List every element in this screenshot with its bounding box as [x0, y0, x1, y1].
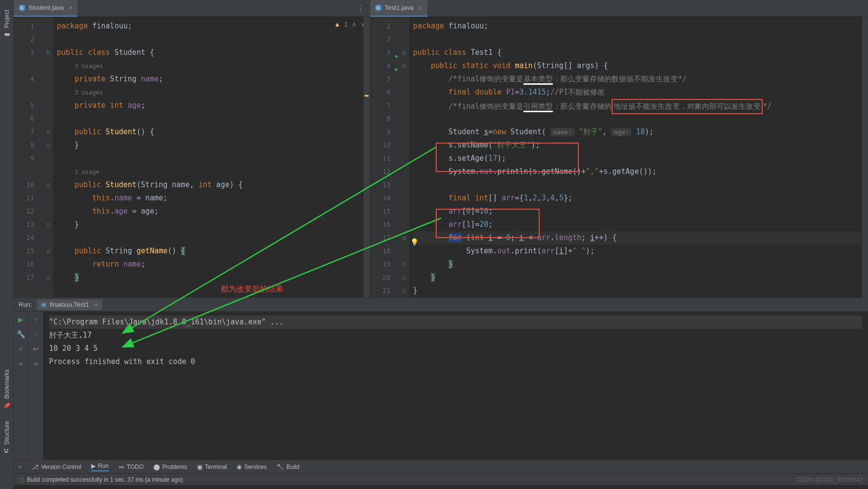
run-output[interactable]: "C:\Program Files\Java\jdk1.8.0_161\bin\… [43, 312, 868, 460]
problems-icon: ⬤ [153, 464, 160, 470]
warning-icon: ▲ [334, 21, 341, 28]
tool-build[interactable]: 🔨Build [276, 464, 299, 470]
scrollbar-left[interactable] [364, 17, 370, 297]
close-icon[interactable]: × [418, 4, 422, 12]
fold-column-left[interactable]: ⊟⊟⊡⊟⊡⊟⊡ [43, 17, 53, 297]
tool-terminal[interactable]: ▣Terminal [197, 464, 227, 470]
tool-problems[interactable]: ⬤Problems [153, 464, 187, 470]
tool-todo[interactable]: ≔TODO [119, 464, 144, 470]
list-icon: ≔ [119, 464, 124, 470]
tab-bar-right: C Test1.java × [370, 0, 868, 17]
java-class-icon: C [375, 4, 382, 11]
status-message: Build completed successfully in 1 sec, 3… [27, 476, 183, 483]
scroll-icon[interactable]: » [34, 360, 38, 367]
wrench-icon[interactable]: 🔧 [17, 330, 25, 338]
gutter-right[interactable]: 123▶4▶56789101112131415161718192021 [370, 17, 399, 297]
services-icon: ◉ [237, 464, 242, 470]
tool-vcs[interactable]: ⎇Version Control [32, 464, 81, 470]
run-header: Run: ▣ finalouu.Test1 × [14, 298, 868, 312]
run-nav: ↑ ↓ ↩ » [28, 312, 43, 460]
code-area-left[interactable]: package finalouu;public class Student { … [53, 17, 364, 297]
softwrap-icon[interactable]: ↩ [33, 345, 39, 353]
watermark: CSDN @2301_80250542 [796, 476, 863, 483]
tool-run[interactable]: ▶Run [91, 463, 109, 471]
left-tool-sidebar: ▮Project 🔖Bookmarks ⑆Structure [0, 0, 14, 489]
code-area-right[interactable]: package finalouu;public class Test1 { pu… [409, 17, 862, 297]
more-icon[interactable]: » [19, 360, 23, 367]
tab-bar-left: C Student.java × ⋮ [14, 0, 370, 17]
tab-student[interactable]: C Student.java × [14, 0, 77, 17]
tab-label: Test1.java [385, 4, 414, 11]
scrollbar-right[interactable] [862, 17, 868, 297]
hammer-icon: 🔨 [276, 464, 284, 470]
bottom-toolbar: » ⎇Version Control ▶Run ≔TODO ⬤Problems … [14, 460, 868, 473]
run-config-tab[interactable]: ▣ finalouu.Test1 × [37, 299, 101, 310]
project-tab[interactable]: ▮Project [1, 4, 12, 44]
close-icon[interactable]: × [94, 301, 98, 309]
play-icon: ▶ [91, 463, 96, 469]
bookmark-icon: 🔖 [3, 402, 11, 409]
gutter-left[interactable]: 1234567891011121314151617 [14, 17, 43, 297]
up-icon[interactable]: ↑ [34, 316, 38, 323]
branch-icon: ⎇ [32, 464, 39, 470]
tab-test1[interactable]: C Test1.java × [370, 0, 427, 17]
run-panel: Run: ▣ finalouu.Test1 × ▶ 🔧 ■ » ↑ ↓ ↩ [14, 298, 868, 460]
app-icon: ▣ [41, 301, 47, 308]
tab-label: Student.java [28, 4, 64, 11]
bookmarks-tab[interactable]: 🔖Bookmarks [1, 364, 12, 415]
run-label: Run: [19, 301, 32, 308]
status-bar: ▢ Build completed successfully in 1 sec,… [14, 473, 868, 485]
run-toolbar: ▶ 🔧 ■ » [14, 312, 28, 460]
terminal-icon: ▣ [197, 464, 202, 470]
editor-left: C Student.java × ⋮ 123456789101112131415… [14, 0, 370, 297]
tab-menu-icon[interactable]: ⋮ [352, 3, 370, 13]
java-class-icon: C [19, 4, 25, 11]
rerun-icon[interactable]: ▶ [18, 316, 24, 323]
chevron-up-icon[interactable]: ∧ [352, 21, 357, 28]
editor-right: C Test1.java × 123▶4▶5678910111213141516… [370, 0, 868, 297]
status-ok-icon: ▢ [19, 476, 24, 483]
more-tools-icon[interactable]: » [19, 464, 22, 470]
structure-icon: ⑆ [3, 447, 10, 454]
intention-bulb-icon[interactable]: 💡 [410, 238, 419, 246]
down-icon[interactable]: ↓ [34, 330, 38, 338]
stop-icon[interactable]: ■ [19, 345, 23, 353]
tool-services[interactable]: ◉Services [237, 464, 267, 470]
close-icon[interactable]: × [69, 4, 73, 12]
fold-column-right[interactable]: ⊟⊟⊟⊡⊡⊡ [399, 17, 409, 297]
folder-icon: ▮ [3, 30, 10, 38]
structure-tab[interactable]: ⑆Structure [1, 415, 12, 460]
inspection-widget[interactable]: ▲ 1 ∧ ∨ [334, 21, 366, 28]
